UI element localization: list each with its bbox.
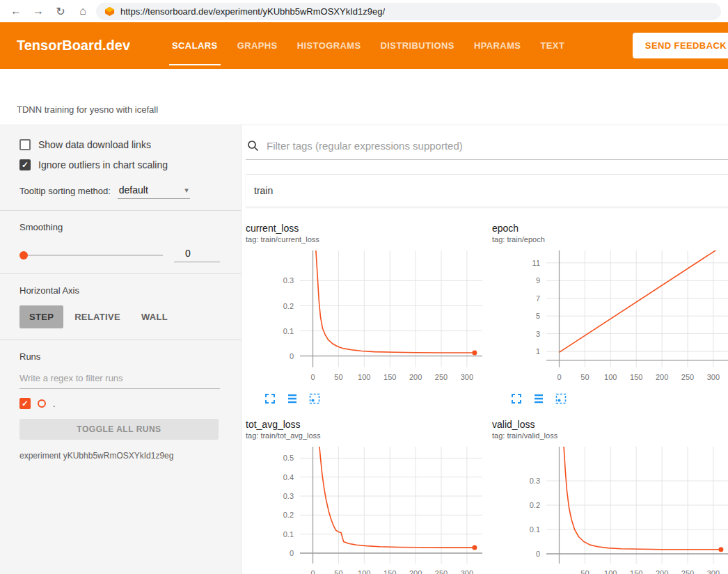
- svg-text:150: 150: [630, 569, 642, 574]
- svg-text:0: 0: [536, 550, 540, 558]
- chart-card-tot-avg-loss: tot_avg_loss tag: train/tot_avg_loss 00.…: [246, 419, 488, 574]
- smoothing-slider-thumb[interactable]: [19, 251, 28, 260]
- svg-text:0.2: 0.2: [283, 302, 294, 310]
- tab-graphs[interactable]: GRAPHS: [228, 22, 287, 69]
- svg-text:7: 7: [536, 294, 540, 303]
- svg-text:0: 0: [310, 373, 315, 381]
- svg-text:9: 9: [536, 276, 540, 285]
- run-row[interactable]: ✓ .: [19, 398, 220, 409]
- checkbox-unchecked-icon[interactable]: [19, 139, 31, 150]
- svg-text:0.1: 0.1: [283, 327, 294, 335]
- scalar-chart[interactable]: 00.10.20.350100150200250300: [492, 444, 728, 574]
- section-header-train[interactable]: train: [246, 174, 728, 207]
- svg-text:1: 1: [536, 347, 540, 356]
- svg-text:0.5: 0.5: [283, 454, 294, 462]
- chart-card-epoch: epoch tag: train/epoch 13579110501001502…: [492, 223, 728, 405]
- axis-wall-button[interactable]: WALL: [132, 305, 177, 328]
- ignore-outliers-label: Ignore outliers in chart scaling: [38, 159, 168, 170]
- svg-text:100: 100: [604, 373, 617, 381]
- experiment-id-caption: experiment yKUbhb5wRmOSXYkId1z9eg: [19, 451, 220, 461]
- svg-text:250: 250: [435, 569, 448, 574]
- ignore-outliers-row[interactable]: ✓ Ignore outliers in chart scaling: [19, 159, 220, 170]
- experiment-title: TDNN training for yesno with icefall: [17, 104, 158, 115]
- fullscreen-icon[interactable]: [264, 392, 276, 405]
- chart-title: valid_loss: [492, 419, 728, 430]
- tab-scalars[interactable]: SCALARS: [162, 22, 228, 69]
- toggle-all-runs-button[interactable]: TOGGLE ALL RUNS: [19, 419, 219, 440]
- settings-sidebar: Show data download links ✓ Ignore outlie…: [0, 125, 242, 574]
- scalar-chart[interactable]: 1357911050100150200250300: [492, 248, 728, 387]
- runs-filter-input[interactable]: [19, 367, 220, 389]
- brand-logo: TensorBoard.dev: [17, 38, 130, 54]
- svg-text:300: 300: [707, 373, 720, 381]
- charts-grid: current_loss tag: train/current_loss 00.…: [246, 207, 728, 574]
- svg-text:50: 50: [334, 373, 342, 381]
- forward-icon[interactable]: →: [29, 2, 47, 20]
- axis-relative-button[interactable]: RELATIVE: [65, 305, 130, 328]
- checkbox-checked-icon[interactable]: ✓: [19, 159, 31, 170]
- svg-text:0: 0: [557, 373, 561, 381]
- svg-text:200: 200: [656, 373, 668, 381]
- svg-text:11: 11: [532, 259, 540, 267]
- svg-text:3: 3: [536, 330, 540, 338]
- svg-text:300: 300: [461, 373, 473, 381]
- log-scale-icon[interactable]: [532, 392, 545, 405]
- svg-text:0.3: 0.3: [283, 492, 294, 500]
- back-icon[interactable]: ←: [7, 2, 25, 20]
- horizontal-axis-label: Horizontal Axis: [19, 285, 220, 296]
- svg-text:0.3: 0.3: [283, 276, 294, 285]
- svg-text:200: 200: [409, 373, 422, 381]
- svg-text:0.1: 0.1: [283, 530, 294, 539]
- svg-text:300: 300: [707, 569, 720, 574]
- nav-tabs: SCALARS GRAPHS HISTOGRAMS DISTRIBUTIONS …: [162, 22, 574, 69]
- smoothing-value-input[interactable]: 0: [174, 248, 220, 262]
- run-name: .: [53, 399, 56, 409]
- svg-text:50: 50: [580, 569, 589, 574]
- show-download-links-row[interactable]: Show data download links: [19, 139, 220, 150]
- chart-tag: tag: train/valid_loss: [492, 431, 728, 440]
- tab-histograms[interactable]: HISTOGRAMS: [287, 22, 371, 69]
- search-icon: [247, 140, 259, 152]
- divider: [0, 210, 241, 211]
- chevron-down-icon: ▾: [184, 186, 189, 195]
- svg-text:0.3: 0.3: [530, 477, 540, 485]
- tooltip-sorting-dropdown[interactable]: default ▾: [118, 183, 190, 199]
- tab-text[interactable]: TEXT: [530, 22, 574, 69]
- fit-domain-icon[interactable]: [308, 392, 321, 405]
- run-checkbox-checked-icon[interactable]: ✓: [19, 398, 31, 409]
- chart-tag: tag: train/epoch: [492, 235, 728, 244]
- fit-domain-icon[interactable]: [555, 392, 567, 405]
- divider: [0, 273, 241, 274]
- fullscreen-icon[interactable]: [510, 392, 523, 405]
- tag-filter-input[interactable]: [265, 139, 728, 152]
- chart-tag: tag: train/tot_avg_loss: [246, 431, 488, 440]
- tensorboard-favicon-icon: [104, 6, 115, 17]
- run-color-swatch: [38, 399, 46, 408]
- scalar-chart[interactable]: 00.10.20.3050100150200250300: [246, 248, 486, 387]
- tab-hparams[interactable]: HPARAMS: [464, 22, 531, 69]
- axis-step-button[interactable]: STEP: [19, 305, 63, 328]
- chart-title: epoch: [492, 223, 728, 234]
- home-icon[interactable]: ⌂: [74, 2, 92, 20]
- smoothing-slider[interactable]: [19, 255, 163, 256]
- svg-text:250: 250: [681, 373, 694, 381]
- svg-text:0.2: 0.2: [283, 511, 294, 519]
- chart-card-current-loss: current_loss tag: train/current_loss 00.…: [246, 223, 488, 405]
- browser-chrome: ← → ↻ ⌂ https://tensorboard.dev/experime…: [0, 0, 728, 22]
- svg-text:5: 5: [536, 312, 540, 320]
- log-scale-icon[interactable]: [286, 392, 299, 405]
- svg-text:200: 200: [409, 569, 422, 574]
- reload-icon[interactable]: ↻: [52, 2, 70, 20]
- subheader: TDNN training for yesno with icefall: [0, 69, 728, 125]
- svg-text:0: 0: [290, 352, 294, 360]
- svg-text:50: 50: [580, 373, 589, 381]
- chart-title: current_loss: [246, 223, 488, 234]
- address-bar[interactable]: https://tensorboard.dev/experiment/yKUbh…: [96, 3, 721, 20]
- send-feedback-button[interactable]: SEND FEEDBACK: [633, 33, 728, 58]
- chart-card-valid-loss: valid_loss tag: train/valid_loss 00.10.2…: [492, 419, 728, 574]
- tab-distributions[interactable]: DISTRIBUTIONS: [371, 22, 464, 69]
- tooltip-sorting-value: default: [119, 184, 148, 196]
- svg-text:0: 0: [290, 549, 294, 557]
- scalar-chart[interactable]: 00.10.20.30.40.5050100150200250300: [246, 444, 486, 574]
- url-text: https://tensorboard.dev/experiment/yKUbh…: [120, 6, 385, 17]
